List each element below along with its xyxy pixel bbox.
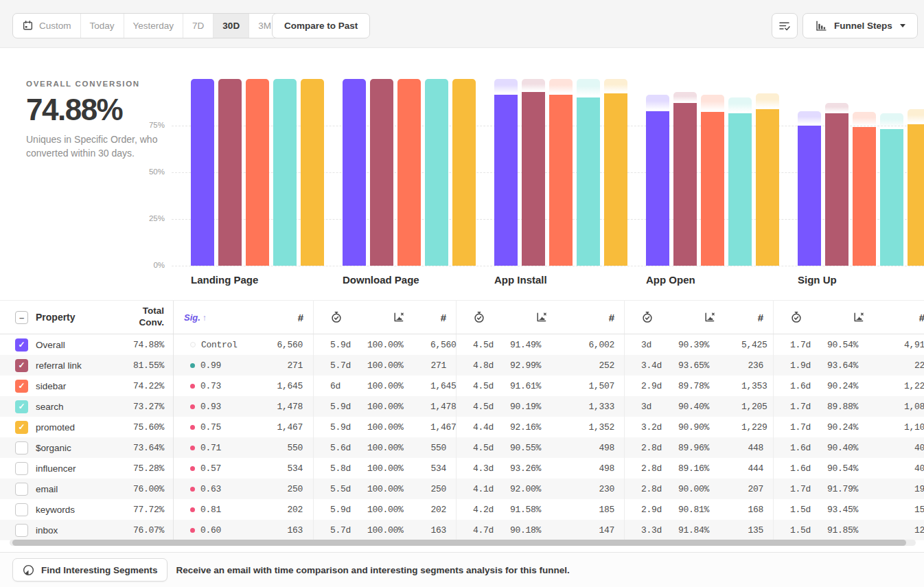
bar-landing-page-referral-link[interactable] <box>218 79 242 266</box>
property-checkbox-promoted[interactable]: ✓ <box>15 421 28 434</box>
date-range-custom[interactable]: Custom <box>13 14 81 38</box>
property-checkbox-email[interactable] <box>15 483 28 496</box>
date-range-yesterday[interactable]: Yesterday <box>124 14 184 38</box>
date-range-30d[interactable]: 30D <box>213 14 249 38</box>
property-checkbox-referral-link[interactable]: ✓ <box>15 359 28 372</box>
find-interesting-segments-button[interactable]: Find Interesting Segments <box>12 558 168 582</box>
bar-landing-page-promoted[interactable] <box>301 79 324 266</box>
table-options-button[interactable] <box>772 13 798 38</box>
bar-landing-page-sidebar[interactable] <box>246 79 269 266</box>
bar-sign-up-referral-link[interactable] <box>825 79 848 266</box>
cell-open: 3d90.39%5,425 <box>625 334 774 355</box>
bar-sign-up-overall[interactable] <box>798 79 821 266</box>
bar-segment <box>370 79 393 266</box>
bar-loss-cap <box>604 79 627 93</box>
property-cell-keywords[interactable]: keywords77.72% <box>0 499 174 520</box>
conversion-rate: 90.19% <box>510 402 573 412</box>
property-checkbox-keywords[interactable] <box>15 503 28 516</box>
time-to-convert-icon[interactable] <box>625 311 678 323</box>
time-to-convert-icon[interactable] <box>457 311 510 323</box>
bar-app-open-sidebar[interactable] <box>701 79 724 266</box>
bar-app-open-promoted[interactable] <box>756 79 779 266</box>
compare-to-past-button[interactable]: Compare to Past <box>272 13 370 38</box>
conversion-rate-icon[interactable] <box>510 311 573 323</box>
count-column-header[interactable]: # <box>430 312 456 323</box>
property-cell-promoted[interactable]: ✓promoted75.60% <box>0 417 174 437</box>
time-to-convert-icon[interactable] <box>314 311 367 323</box>
bar-segment <box>522 92 545 266</box>
conversion-rate: 91.58% <box>510 505 573 515</box>
property-cell-email[interactable]: email76.00% <box>0 479 174 499</box>
conversion-rate-icon[interactable] <box>367 311 430 323</box>
count-column-header[interactable]: # <box>573 312 624 323</box>
property-checkbox-organic[interactable] <box>15 441 28 454</box>
bar-app-install-referral-link[interactable] <box>522 79 545 266</box>
conversion-rate: 91.79% <box>827 484 890 494</box>
step-count: 250 <box>221 484 313 494</box>
select-all-checkbox[interactable]: – <box>15 311 28 324</box>
bar-app-open-referral-link[interactable] <box>673 79 697 266</box>
property-checkbox-search[interactable]: ✓ <box>15 400 28 413</box>
property-total-conversion: 81.55% <box>133 360 173 371</box>
cell-open: 2.9d89.78%1,353 <box>625 376 774 396</box>
bar-landing-page-search[interactable] <box>273 79 297 266</box>
time-to-convert: 3d <box>625 340 678 350</box>
property-cell-referral-link[interactable]: ✓referral link81.55% <box>0 355 174 376</box>
time-to-convert: 1.5d <box>774 525 827 536</box>
sig-value-cell: 0.93 <box>174 402 221 412</box>
date-range-label: 7D <box>192 21 204 31</box>
significance-dot <box>190 528 195 533</box>
cell-install: 4.1d92.00%230 <box>457 479 625 499</box>
sig-sort-header[interactable]: Sig.↑ <box>174 312 207 323</box>
bar-landing-page-overall[interactable] <box>191 79 214 266</box>
bar-download-page-promoted[interactable] <box>452 79 476 266</box>
horizontal-scrollbar-track[interactable] <box>10 540 916 546</box>
step-count: 15 <box>890 505 924 515</box>
property-cell-overall[interactable]: ✓Overall74.88% <box>0 334 174 355</box>
bar-download-page-sidebar[interactable] <box>397 79 421 266</box>
bar-app-install-promoted[interactable] <box>604 79 627 266</box>
bar-segment <box>218 79 242 266</box>
property-cell-organic[interactable]: $organic73.64% <box>0 437 174 458</box>
property-cell-sidebar[interactable]: ✓sidebar74.22% <box>0 376 174 396</box>
date-range-today[interactable]: Today <box>81 14 124 38</box>
conversion-rate-icon[interactable] <box>678 311 741 323</box>
horizontal-scrollbar-thumb[interactable] <box>12 540 906 546</box>
conversion-rate-icon[interactable] <box>827 311 890 323</box>
bar-app-install-search[interactable] <box>577 79 600 266</box>
property-cell-search[interactable]: ✓search73.27% <box>0 396 174 417</box>
bar-download-page-search[interactable] <box>425 79 448 266</box>
bar-app-install-sidebar[interactable] <box>549 79 573 266</box>
funnel-steps-dropdown[interactable]: Funnel Steps <box>802 13 918 38</box>
property-checkbox-sidebar[interactable]: ✓ <box>15 380 28 393</box>
time-to-convert: 1.7d <box>774 484 827 494</box>
time-to-convert: 5.7d <box>314 525 367 536</box>
step-count: 550 <box>430 443 456 453</box>
property-checkbox-inbox[interactable] <box>15 524 28 537</box>
time-to-convert: 5.5d <box>314 484 367 494</box>
count-column-header[interactable]: # <box>890 312 924 323</box>
time-to-convert-icon[interactable] <box>774 311 827 323</box>
bar-sign-up-sidebar[interactable] <box>853 79 876 266</box>
step-count: 498 <box>573 443 624 453</box>
count-column-header[interactable]: # <box>207 312 313 323</box>
bar-app-open-overall[interactable] <box>646 79 669 266</box>
property-checkbox-influencer[interactable] <box>15 462 28 475</box>
date-range-7d[interactable]: 7D <box>183 14 213 38</box>
property-checkbox-overall[interactable]: ✓ <box>15 338 28 352</box>
sig-value-cell: 0.81 <box>174 505 221 515</box>
bar-download-page-referral-link[interactable] <box>370 79 393 266</box>
sig-value: Control <box>201 340 238 350</box>
count-column-header[interactable]: # <box>741 312 773 323</box>
property-cell-influencer[interactable]: influencer75.28% <box>0 458 174 479</box>
bar-sign-up-search[interactable] <box>880 79 903 266</box>
bar-segment <box>452 79 476 266</box>
bar-sign-up-promoted[interactable] <box>908 79 924 266</box>
bar-download-page-overall[interactable] <box>343 79 366 266</box>
property-total-conversion: 73.27% <box>133 402 173 412</box>
property-cell-inbox[interactable]: inbox76.07% <box>0 520 174 540</box>
funnel-bar-chart: 75%50%25%0% <box>0 79 924 266</box>
bar-loss-cap <box>577 79 600 97</box>
bar-app-open-search[interactable] <box>728 79 752 266</box>
bar-app-install-overall[interactable] <box>494 79 518 266</box>
